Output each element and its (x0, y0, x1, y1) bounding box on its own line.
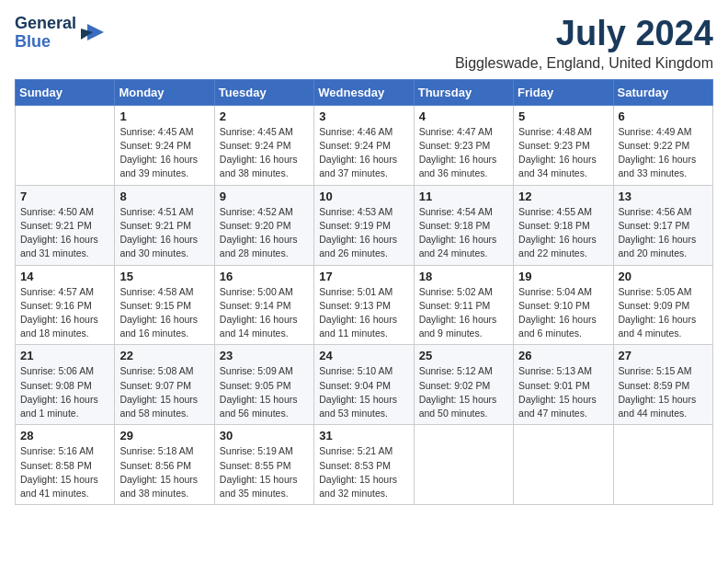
day-info: Sunrise: 4:50 AMSunset: 9:21 PMDaylight:… (20, 205, 109, 261)
day-info: Sunrise: 4:47 AMSunset: 9:23 PMDaylight:… (419, 125, 508, 181)
weekday-header-saturday: Saturday (613, 79, 712, 105)
calendar-cell: 12Sunrise: 4:55 AMSunset: 9:18 PMDayligh… (514, 185, 613, 265)
day-info: Sunrise: 5:00 AMSunset: 9:14 PMDaylight:… (220, 285, 309, 341)
day-info: Sunrise: 5:05 AMSunset: 9:09 PMDaylight:… (619, 285, 708, 341)
day-number: 27 (619, 349, 708, 362)
calendar-cell: 28Sunrise: 5:16 AMSunset: 8:58 PMDayligh… (16, 425, 115, 505)
day-info: Sunrise: 4:45 AMSunset: 9:24 PMDaylight:… (220, 125, 309, 181)
calendar-cell: 5Sunrise: 4:48 AMSunset: 9:23 PMDaylight… (514, 105, 613, 185)
calendar-cell: 17Sunrise: 5:01 AMSunset: 9:13 PMDayligh… (314, 265, 414, 345)
week-row-2: 7Sunrise: 4:50 AMSunset: 9:21 PMDaylight… (16, 185, 713, 265)
day-number: 11 (419, 190, 508, 203)
calendar-cell: 26Sunrise: 5:13 AMSunset: 9:01 PMDayligh… (514, 345, 613, 425)
calendar-body: 1Sunrise: 4:45 AMSunset: 9:24 PMDaylight… (16, 105, 713, 504)
calendar-cell: 18Sunrise: 5:02 AMSunset: 9:11 PMDayligh… (414, 265, 513, 345)
day-info: Sunrise: 5:13 AMSunset: 9:01 PMDaylight:… (518, 364, 608, 420)
calendar-cell (514, 425, 613, 505)
day-number: 10 (319, 190, 408, 203)
day-info: Sunrise: 5:12 AMSunset: 9:02 PMDaylight:… (419, 364, 508, 420)
day-number: 2 (220, 109, 309, 123)
day-number: 24 (319, 349, 408, 362)
day-info: Sunrise: 4:57 AMSunset: 9:16 PMDaylight:… (20, 285, 109, 341)
calendar-cell: 14Sunrise: 4:57 AMSunset: 9:16 PMDayligh… (16, 265, 115, 345)
day-info: Sunrise: 5:02 AMSunset: 9:11 PMDaylight:… (419, 285, 508, 341)
calendar-cell: 2Sunrise: 4:45 AMSunset: 9:24 PMDaylight… (214, 105, 313, 185)
day-number: 19 (518, 270, 608, 283)
calendar-cell: 23Sunrise: 5:09 AMSunset: 9:05 PMDayligh… (214, 345, 313, 425)
calendar-cell: 31Sunrise: 5:21 AMSunset: 8:53 PMDayligh… (314, 425, 414, 505)
day-number: 29 (119, 429, 209, 442)
calendar-cell: 24Sunrise: 5:10 AMSunset: 9:04 PMDayligh… (314, 345, 414, 425)
day-info: Sunrise: 5:18 AMSunset: 8:56 PMDaylight:… (119, 444, 209, 500)
day-info: Sunrise: 5:16 AMSunset: 8:58 PMDaylight:… (20, 444, 109, 500)
day-number: 26 (518, 349, 608, 362)
day-number: 30 (220, 429, 309, 442)
day-number: 6 (619, 109, 708, 123)
logo: General Blue (15, 15, 106, 52)
day-number: 18 (419, 270, 508, 283)
day-info: Sunrise: 4:53 AMSunset: 9:19 PMDaylight:… (319, 205, 408, 261)
weekday-header-thursday: Thursday (414, 79, 513, 105)
day-info: Sunrise: 4:54 AMSunset: 9:18 PMDaylight:… (419, 205, 508, 261)
calendar-cell: 1Sunrise: 4:45 AMSunset: 9:24 PMDaylight… (115, 105, 214, 185)
weekday-header-sunday: Sunday (16, 79, 115, 105)
day-number: 12 (518, 190, 608, 203)
day-number: 22 (119, 349, 209, 362)
day-number: 13 (619, 190, 708, 203)
day-info: Sunrise: 5:01 AMSunset: 9:13 PMDaylight:… (319, 285, 408, 341)
weekday-header-tuesday: Tuesday (214, 79, 313, 105)
location-subtitle: Biggleswade, England, United Kingdom (455, 55, 713, 72)
week-row-4: 21Sunrise: 5:06 AMSunset: 9:08 PMDayligh… (16, 345, 713, 425)
calendar-cell: 22Sunrise: 5:08 AMSunset: 9:07 PMDayligh… (115, 345, 214, 425)
calendar-cell: 30Sunrise: 5:19 AMSunset: 8:55 PMDayligh… (214, 425, 313, 505)
day-number: 15 (119, 270, 209, 283)
calendar-cell: 27Sunrise: 5:15 AMSunset: 8:59 PMDayligh… (613, 345, 712, 425)
weekday-header-row: SundayMondayTuesdayWednesdayThursdayFrid… (16, 79, 713, 105)
calendar-cell: 19Sunrise: 5:04 AMSunset: 9:10 PMDayligh… (514, 265, 613, 345)
day-number: 17 (319, 270, 408, 283)
calendar-cell: 20Sunrise: 5:05 AMSunset: 9:09 PMDayligh… (613, 265, 712, 345)
day-number: 8 (119, 190, 209, 203)
day-info: Sunrise: 4:45 AMSunset: 9:24 PMDaylight:… (119, 125, 209, 181)
calendar-cell: 7Sunrise: 4:50 AMSunset: 9:21 PMDaylight… (16, 185, 115, 265)
day-info: Sunrise: 4:55 AMSunset: 9:18 PMDaylight:… (518, 205, 608, 261)
logo-text: General Blue (15, 15, 76, 52)
day-number: 1 (119, 109, 209, 123)
calendar-cell (16, 105, 115, 185)
day-info: Sunrise: 5:10 AMSunset: 9:04 PMDaylight:… (319, 364, 408, 420)
day-number: 25 (419, 349, 508, 362)
day-number: 21 (20, 349, 109, 362)
calendar-cell: 4Sunrise: 4:47 AMSunset: 9:23 PMDaylight… (414, 105, 513, 185)
day-info: Sunrise: 4:46 AMSunset: 9:24 PMDaylight:… (319, 125, 408, 181)
day-info: Sunrise: 4:58 AMSunset: 9:15 PMDaylight:… (119, 285, 209, 341)
day-number: 4 (419, 109, 508, 123)
weekday-header-monday: Monday (115, 79, 214, 105)
day-info: Sunrise: 4:49 AMSunset: 9:22 PMDaylight:… (619, 125, 708, 181)
calendar-cell: 8Sunrise: 4:51 AMSunset: 9:21 PMDaylight… (115, 185, 214, 265)
calendar-cell: 16Sunrise: 5:00 AMSunset: 9:14 PMDayligh… (214, 265, 313, 345)
calendar-cell: 10Sunrise: 4:53 AMSunset: 9:19 PMDayligh… (314, 185, 414, 265)
day-number: 14 (20, 270, 109, 283)
day-number: 5 (518, 109, 608, 123)
calendar-table: SundayMondayTuesdayWednesdayThursdayFrid… (15, 79, 713, 505)
calendar-cell: 9Sunrise: 4:52 AMSunset: 9:20 PMDaylight… (214, 185, 313, 265)
calendar-cell: 11Sunrise: 4:54 AMSunset: 9:18 PMDayligh… (414, 185, 513, 265)
calendar-cell (613, 425, 712, 505)
calendar-cell: 15Sunrise: 4:58 AMSunset: 9:15 PMDayligh… (115, 265, 214, 345)
calendar-cell: 3Sunrise: 4:46 AMSunset: 9:24 PMDaylight… (314, 105, 414, 185)
month-title: July 2024 (455, 15, 713, 53)
day-info: Sunrise: 4:56 AMSunset: 9:17 PMDaylight:… (619, 205, 708, 261)
day-number: 7 (20, 190, 109, 203)
day-info: Sunrise: 5:08 AMSunset: 9:07 PMDaylight:… (119, 364, 209, 420)
day-number: 3 (319, 109, 408, 123)
day-info: Sunrise: 5:19 AMSunset: 8:55 PMDaylight:… (220, 444, 309, 500)
day-number: 16 (220, 270, 309, 283)
day-info: Sunrise: 5:21 AMSunset: 8:53 PMDaylight:… (319, 444, 408, 500)
day-info: Sunrise: 5:09 AMSunset: 9:05 PMDaylight:… (220, 364, 309, 420)
calendar-cell (414, 425, 513, 505)
week-row-3: 14Sunrise: 4:57 AMSunset: 9:16 PMDayligh… (16, 265, 713, 345)
page-header: General Blue July 2024 Biggleswade, Engl… (15, 15, 713, 72)
calendar-cell: 29Sunrise: 5:18 AMSunset: 8:56 PMDayligh… (115, 425, 214, 505)
day-info: Sunrise: 4:51 AMSunset: 9:21 PMDaylight:… (119, 205, 209, 261)
day-number: 28 (20, 429, 109, 442)
